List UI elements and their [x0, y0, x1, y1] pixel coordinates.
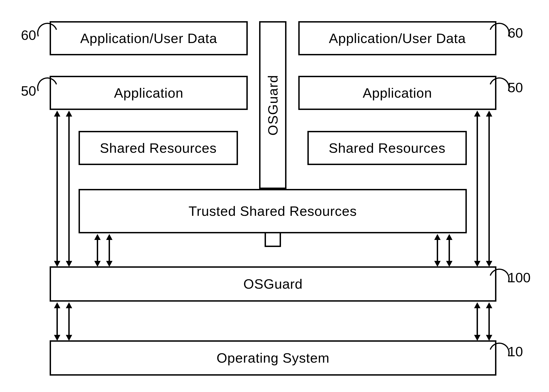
diagram-canvas: Application/User Data Application/User D… [0, 0, 549, 392]
arrow-head-down [434, 261, 441, 267]
app-user-data-left: Application/User Data [50, 21, 248, 55]
arrow-line [437, 237, 438, 264]
ref-100: 100 [508, 270, 531, 286]
app-user-data-left-label: Application/User Data [80, 30, 217, 46]
application-left-label: Application [114, 85, 183, 101]
arrow-head-up [486, 302, 492, 308]
app-user-data-right: Application/User Data [298, 21, 496, 55]
application-left: Application [50, 76, 248, 110]
operating-system-label: Operating System [217, 350, 330, 366]
operating-system: Operating System [50, 340, 496, 376]
trusted-shared-resources-label: Trusted Shared Resources [189, 203, 357, 219]
arrow-head-up [54, 111, 60, 117]
arrow-head-up [474, 302, 480, 308]
shared-resources-left-label: Shared Resources [100, 140, 217, 156]
arrow-line [477, 305, 478, 338]
app-user-data-right-label: Application/User Data [329, 30, 466, 46]
osguard-vertical: OSGuard [259, 21, 287, 189]
ref-50-left: 50 [21, 83, 36, 99]
arrow-line [68, 305, 70, 338]
arrow-head-up [446, 234, 452, 240]
ref-60-right: 60 [508, 25, 523, 41]
arrow-head-down [66, 335, 72, 341]
arrow-head-up [434, 234, 441, 240]
arrow-line [56, 113, 58, 264]
ref-60-left: 60 [21, 27, 36, 43]
arrow-line [97, 237, 98, 264]
shared-resources-left: Shared Resources [78, 131, 238, 165]
osguard-horizontal: OSGuard [50, 266, 496, 302]
arrow-head-up [474, 111, 480, 117]
ref-10: 10 [508, 344, 523, 359]
arrow-line [109, 237, 110, 264]
arrow-line [488, 305, 490, 338]
arrow-head-down [486, 261, 492, 267]
arrow-head-up [54, 302, 60, 308]
arrow-line [56, 305, 58, 338]
shared-resources-right: Shared Resources [307, 131, 467, 165]
arrow-head-down [66, 261, 72, 267]
arrow-head-down [94, 261, 101, 267]
osguard-horizontal-label: OSGuard [243, 276, 303, 292]
arrow-head-up [66, 302, 72, 308]
arrow-head-down [446, 261, 452, 267]
application-right-label: Application [363, 85, 432, 101]
arrow-head-up [66, 111, 72, 117]
arrow-head-up [106, 234, 113, 240]
application-right: Application [298, 76, 496, 110]
osguard-stub [265, 233, 281, 247]
arrow-line [488, 113, 490, 264]
arrow-head-up [94, 234, 101, 240]
ref-50-right: 50 [508, 80, 523, 95]
arrow-head-down [474, 335, 480, 341]
trusted-shared-resources: Trusted Shared Resources [78, 189, 467, 233]
arrow-head-down [106, 261, 113, 267]
arrow-head-up [486, 111, 492, 117]
arrow-head-down [486, 335, 492, 341]
arrow-head-down [54, 335, 60, 341]
osguard-vertical-label: OSGuard [265, 75, 281, 135]
shared-resources-right-label: Shared Resources [329, 140, 446, 156]
arrow-line [68, 113, 70, 264]
arrow-line [449, 237, 450, 264]
arrow-head-down [54, 261, 60, 267]
arrow-line [477, 113, 478, 264]
arrow-head-down [474, 261, 480, 267]
